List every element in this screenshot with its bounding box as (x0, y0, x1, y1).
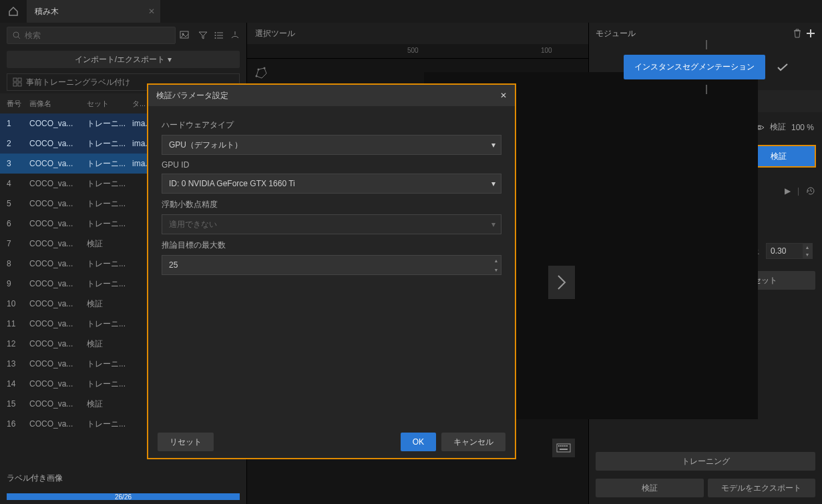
play-icon[interactable]: ▶ (785, 186, 791, 196)
verify-text: 検証 (770, 121, 786, 133)
svg-rect-21 (562, 445, 564, 447)
table-row[interactable]: 15COCO_va...検証 (0, 394, 246, 414)
svg-rect-24 (560, 449, 568, 450)
svg-point-7 (215, 32, 216, 33)
filter-icon[interactable] (198, 31, 208, 40)
svg-point-16 (258, 69, 260, 71)
progress-value: 26/26 (7, 493, 240, 500)
table-row[interactable]: 12COCO_va...検証 (0, 334, 246, 354)
keyboard-icon[interactable] (552, 439, 575, 457)
table-row[interactable]: 13COCO_va...トレーニ... (0, 354, 246, 374)
svg-rect-11 (13, 78, 17, 81)
spin-up-icon[interactable]: ▲ (803, 244, 812, 251)
verify-button[interactable]: 検証 (596, 479, 704, 497)
spin-down-icon[interactable]: ▼ (803, 251, 812, 258)
history-icon[interactable] (806, 186, 815, 196)
import-export-button[interactable]: インポート/エクスポート▾ (7, 51, 240, 68)
canvas[interactable] (424, 72, 758, 419)
trash-icon[interactable] (793, 29, 802, 38)
col-index[interactable]: 番号 (0, 99, 29, 109)
svg-rect-12 (18, 78, 21, 81)
table-row[interactable]: 3COCO_va...トレーニ...ima... (0, 154, 246, 174)
ruler: 500 100 (247, 44, 588, 59)
search-input[interactable]: 検索 (7, 27, 176, 44)
grid-icon (13, 77, 22, 87)
labeled-images-label: ラベル付き画像 (0, 467, 246, 489)
close-icon[interactable]: ✕ (148, 7, 155, 16)
check-icon[interactable] (777, 63, 788, 71)
svg-rect-19 (558, 445, 560, 447)
svg-point-0 (13, 32, 19, 37)
module-header: モジュール (596, 28, 636, 39)
col-set[interactable]: セット (87, 99, 132, 109)
col-name[interactable]: 画像名 (29, 99, 87, 109)
image-icon[interactable] (180, 31, 192, 40)
plus-icon[interactable] (806, 29, 815, 38)
polygon-tool-icon[interactable] (250, 61, 274, 85)
search-placeholder: 検索 (25, 30, 41, 41)
svg-rect-23 (566, 445, 568, 447)
table-row[interactable]: 14COCO_va...トレーニ... (0, 374, 246, 394)
svg-point-28 (758, 126, 761, 129)
next-image-button[interactable] (548, 266, 575, 299)
svg-rect-14 (18, 83, 21, 86)
svg-point-15 (256, 75, 258, 77)
search-icon (13, 31, 21, 39)
svg-rect-18 (557, 444, 570, 452)
table-row[interactable]: 1COCO_va...トレーニ...ima... (0, 113, 246, 134)
table-row[interactable]: 16COCO_va...トレーニ... (0, 414, 246, 434)
pretrain-label-button[interactable]: 事前トレーニングラベル付け (7, 73, 240, 91)
list-icon[interactable] (214, 31, 224, 40)
svg-point-9 (215, 37, 216, 39)
export-model-button[interactable]: モデルをエクスポート (708, 479, 816, 497)
location-icon[interactable] (230, 31, 240, 40)
tab-label: 積み木 (35, 6, 59, 17)
progress-bar: 26/26 (7, 493, 240, 500)
table-row[interactable]: 8COCO_va...トレーニ... (0, 254, 246, 274)
svg-point-17 (264, 67, 266, 69)
table-row[interactable]: 9COCO_va...トレーニ... (0, 274, 246, 294)
verify-pct: 100 % (791, 123, 814, 132)
tool-title: 選択ツール (247, 23, 588, 44)
table-row[interactable]: 11COCO_va...トレーニ... (0, 314, 246, 334)
home-button[interactable] (0, 0, 27, 23)
chevron-down-icon: ▾ (168, 55, 172, 64)
svg-rect-20 (560, 445, 562, 447)
table-row[interactable]: 7COCO_va...検証 (0, 234, 246, 254)
svg-line-30 (811, 191, 812, 192)
svg-point-8 (215, 35, 216, 36)
training-button[interactable]: トレーニング (596, 452, 815, 471)
project-tab[interactable]: 積み木 ✕ (27, 0, 160, 23)
module-type-button[interactable]: インスタンスセグメンテーション (624, 55, 765, 79)
col-type[interactable]: タ... (132, 99, 159, 109)
svg-rect-13 (13, 83, 17, 86)
table-row[interactable]: 5COCO_va...トレーニ... (0, 194, 246, 214)
table-row[interactable]: 6COCO_va...トレーニ... (0, 214, 246, 234)
table-row[interactable]: 4COCO_va...トレーニ... (0, 174, 246, 194)
svg-rect-22 (564, 445, 566, 447)
table-row[interactable]: 2COCO_va...トレーニ...ima... (0, 134, 246, 154)
confidence-input[interactable]: 0.30 ▲▼ (766, 243, 813, 259)
table-row[interactable]: 10COCO_va...検証 (0, 294, 246, 314)
svg-line-1 (18, 37, 20, 39)
